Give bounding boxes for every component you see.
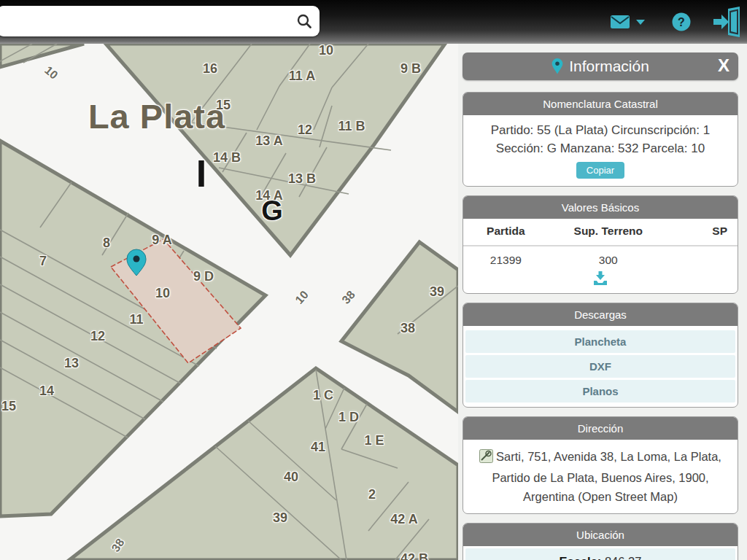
logout-button[interactable] xyxy=(711,6,743,38)
map-label-9-b: 9 B xyxy=(400,61,421,77)
map-label-9-a: 9 A xyxy=(152,233,171,248)
street-map-icon xyxy=(479,449,493,468)
caret-down-icon xyxy=(635,18,646,26)
map-labels-layer: La PlataIG10103838161011 A9 B151211 B13 … xyxy=(0,44,458,560)
map-label-8: 8 xyxy=(103,236,110,251)
map-label-39: 39 xyxy=(430,284,444,300)
topbar: ? xyxy=(0,0,747,44)
info-panel: Información X Nomenclatura Catastral Par… xyxy=(458,44,747,560)
map-label-10: 10 xyxy=(293,288,311,306)
cell-partida: 21399 xyxy=(469,254,543,267)
svg-text:?: ? xyxy=(678,16,685,28)
map-label-42-a: 42 A xyxy=(390,512,417,527)
direccion-text: Sarti, 751, Avenida 38, La Loma, La Plat… xyxy=(492,450,721,503)
app-window: ? xyxy=(0,0,747,560)
map-label-12: 12 xyxy=(298,122,312,138)
map-label-13-b: 13 B xyxy=(288,171,316,187)
map-label-39: 39 xyxy=(273,510,287,526)
map-label-15: 15 xyxy=(216,98,231,113)
close-panel-button[interactable]: X xyxy=(718,55,729,76)
download-icon xyxy=(592,271,608,286)
map-label-40: 40 xyxy=(284,470,298,485)
nomenclatura-line-1: Partido: 55 (La Plata) Circunscripción: … xyxy=(468,121,733,139)
section-nomenclatura: Nomenclatura Catastral Partido: 55 (La P… xyxy=(462,92,738,187)
section-descargas-title: Descargas xyxy=(463,303,738,326)
column-sp: SP xyxy=(674,225,732,238)
copy-button[interactable]: Copiar xyxy=(576,162,624,179)
cell-sp xyxy=(674,254,732,267)
section-ubicacion: Ubicación Escala: 846.37 xyxy=(462,523,738,560)
map-label-10: 10 xyxy=(319,44,333,58)
cell-sup-terreno: 300 xyxy=(543,254,674,267)
section-valores: Valores Básicos Partida Sup. Terreno SP … xyxy=(462,195,738,294)
map-label-13: 13 xyxy=(64,356,79,371)
map-label-12: 12 xyxy=(90,329,105,344)
map-label-10: 10 xyxy=(155,286,170,301)
search-button[interactable] xyxy=(289,6,320,36)
valores-table: Partida Sup. Terreno SP 21399 300 xyxy=(463,219,738,293)
nomenclatura-line-2: Sección: G Manzana: 532 Parcela: 10 xyxy=(468,139,733,158)
info-panel-title: Información xyxy=(569,58,649,75)
map-label-7: 7 xyxy=(39,254,47,269)
mail-menu-button[interactable] xyxy=(610,14,646,30)
table-row: 21399 300 xyxy=(463,246,738,268)
escala-label: Escala: xyxy=(560,555,602,560)
map-label-1-c: 1 C xyxy=(313,388,333,403)
mail-icon xyxy=(610,14,632,30)
map-label-38: 38 xyxy=(400,321,415,336)
download-row-button[interactable] xyxy=(463,268,738,293)
map-label-9-d: 9 D xyxy=(193,269,214,284)
section-ubicacion-title: Ubicación xyxy=(463,524,738,546)
map-label-16: 16 xyxy=(203,61,217,77)
search-icon xyxy=(296,13,312,29)
direccion-body: Sarti, 751, Avenida 38, La Loma, La Plat… xyxy=(463,440,738,513)
download-dxf-button[interactable]: DXF xyxy=(465,355,735,378)
column-sup-terreno: Sup. Terreno xyxy=(543,225,674,238)
section-direccion: Dirección Sarti, 751, Avenida 38, La Lom… xyxy=(462,416,738,514)
map-label-38: 38 xyxy=(339,288,357,306)
map-label-la-plata: La Plata xyxy=(88,96,225,136)
section-direccion-title: Dirección xyxy=(463,417,738,440)
help-icon: ? xyxy=(671,12,692,32)
map-label-42-b: 42 B xyxy=(400,551,428,560)
section-nomenclatura-title: Nomenclatura Catastral xyxy=(463,93,738,115)
map-canvas[interactable]: La PlataIG10103838161011 A9 B151211 B13 … xyxy=(0,44,458,560)
map-label-41: 41 xyxy=(311,440,325,455)
map-label-1-e: 1 E xyxy=(364,433,384,448)
escala-value: 846.37 xyxy=(601,555,641,560)
map-label-11-a: 11 A xyxy=(289,69,315,84)
escala-row: Escala: 846.37 xyxy=(465,548,735,560)
column-partida: Partida xyxy=(469,225,543,238)
section-valores-title: Valores Básicos xyxy=(463,196,738,219)
map-label-15: 15 xyxy=(1,399,16,414)
download-planos-button[interactable]: Planos xyxy=(465,380,735,402)
help-button[interactable]: ? xyxy=(671,12,692,32)
valores-table-header: Partida Sup. Terreno SP xyxy=(463,219,738,246)
search-input[interactable] xyxy=(0,6,289,36)
location-pin-icon xyxy=(551,58,563,74)
topbar-icons: ? xyxy=(610,0,747,44)
map-label-1-d: 1 D xyxy=(338,410,359,425)
map-label-i: I xyxy=(196,152,206,195)
map-label-13-a: 13 A xyxy=(255,133,282,149)
map-label-14: 14 xyxy=(39,384,54,399)
map-label-11-b: 11 B xyxy=(338,119,365,134)
map-label-38: 38 xyxy=(109,537,128,555)
section-descargas: Descargas Plancheta DXF Planos xyxy=(462,303,738,408)
info-panel-header: Información X xyxy=(462,52,738,80)
map-label-14-a: 14 A xyxy=(255,188,282,203)
map-label-2: 2 xyxy=(368,487,376,502)
map-label-11: 11 xyxy=(129,312,143,327)
search-box xyxy=(0,6,320,36)
map-label-14-b: 14 B xyxy=(213,150,241,166)
logout-icon xyxy=(711,6,743,38)
download-plancheta-button[interactable]: Plancheta xyxy=(465,330,735,353)
map-label-10: 10 xyxy=(42,63,60,82)
